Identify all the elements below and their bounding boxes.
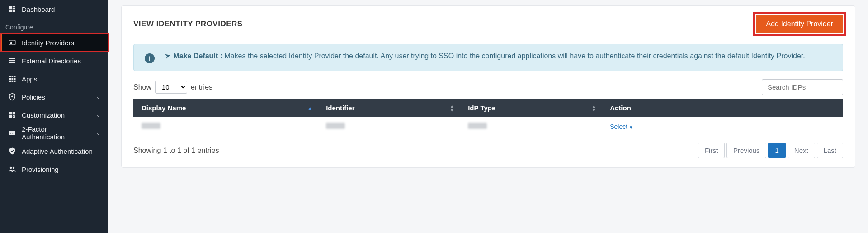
cell-identifier: [326, 123, 345, 129]
users-sync-icon: [8, 165, 16, 173]
chevron-down-icon: ⌄: [96, 112, 100, 118]
sidebar-label: Dashboard: [22, 5, 55, 13]
sidebar-item-provisioning[interactable]: Provisioning: [0, 160, 108, 178]
chevron-down-icon: ⌄: [96, 130, 100, 136]
cell-display-name: [142, 123, 160, 129]
entries-info: Showing 1 to 1 of 1 entries: [133, 147, 219, 155]
sidebar-label: Adaptive Authentication: [22, 147, 93, 155]
sort-asc-icon: ▲: [307, 106, 312, 110]
col-action: Action: [602, 99, 843, 117]
svg-rect-2: [13, 8, 15, 9]
svg-rect-21: [9, 112, 12, 114]
sort-icon: ▲▼: [449, 105, 454, 112]
add-identity-provider-button[interactable]: Add Identity Provider: [756, 15, 843, 33]
sidebar-item-identity-providers[interactable]: Identity Providers: [0, 33, 108, 52]
id-card-icon: [8, 38, 16, 47]
svg-point-20: [11, 95, 13, 97]
sidebar-item-customization[interactable]: Customization ⌄: [0, 106, 108, 124]
sidebar-item-policies[interactable]: Policies ⌄: [0, 88, 108, 106]
svg-text:123: 123: [10, 132, 15, 135]
dashboard-icon: [8, 5, 16, 13]
info-body: Makes the selected Identity Provider the…: [224, 52, 805, 60]
sidebar-label: External Directories: [22, 57, 81, 65]
content-card: VIEW IDENTITY PROVIDERS Add Identity Pro…: [121, 5, 855, 168]
main-content: VIEW IDENTITY PROVIDERS Add Identity Pro…: [108, 0, 868, 233]
svg-point-28: [13, 167, 15, 169]
svg-rect-23: [9, 115, 12, 118]
pager-page-1[interactable]: 1: [768, 143, 785, 158]
sidebar: Dashboard Configure Identity Providers E…: [0, 0, 108, 233]
idp-table: Display Name ▲ Identifier ▲▼ IdP Type ▲▼…: [133, 99, 843, 136]
svg-rect-15: [12, 78, 14, 80]
col-display-name[interactable]: Display Name ▲: [133, 99, 318, 117]
svg-rect-10: [9, 62, 15, 63]
entries-select[interactable]: 10: [155, 81, 187, 94]
chevron-down-icon: ⌄: [96, 94, 100, 100]
svg-point-27: [10, 167, 12, 169]
info-icon: i: [145, 53, 155, 63]
svg-rect-0: [9, 6, 12, 9]
sidebar-label: 2-Factor Authentication: [22, 125, 90, 141]
svg-point-6: [10, 42, 12, 43]
svg-rect-12: [12, 76, 14, 77]
svg-rect-18: [12, 81, 14, 82]
sidebar-item-adaptive-auth[interactable]: Adaptive Authentication: [0, 142, 108, 160]
cursor-icon: ➤: [164, 51, 171, 61]
svg-rect-13: [14, 76, 16, 77]
pager-last[interactable]: Last: [817, 143, 843, 158]
svg-rect-11: [9, 76, 11, 77]
svg-rect-1: [13, 6, 15, 7]
cell-idp-type: [468, 123, 487, 129]
svg-rect-19: [14, 81, 16, 82]
sidebar-item-external-directories[interactable]: External Directories: [0, 52, 108, 70]
pager-previous[interactable]: Previous: [726, 143, 766, 158]
header-row: VIEW IDENTITY PROVIDERS Add Identity Pro…: [133, 15, 843, 33]
info-banner: i ➤ Make Default : Makes the selected Id…: [133, 44, 843, 71]
svg-rect-14: [9, 78, 11, 80]
apps-grid-icon: [8, 75, 16, 83]
sidebar-label: Customization: [22, 111, 65, 119]
sort-icon: ▲▼: [591, 105, 596, 112]
col-idp-type[interactable]: IdP Type ▲▼: [460, 99, 602, 117]
pager-next[interactable]: Next: [788, 143, 815, 158]
svg-rect-4: [13, 10, 15, 12]
svg-rect-5: [9, 40, 15, 45]
row-action-select[interactable]: Select: [610, 123, 633, 130]
show-suffix: entries: [191, 83, 212, 91]
puzzle-icon: [8, 111, 16, 119]
number-badge-icon: 123: [8, 129, 16, 137]
show-prefix: Show: [133, 83, 151, 91]
sidebar-label: Provisioning: [22, 166, 59, 173]
svg-rect-17: [9, 81, 11, 82]
search-input[interactable]: [762, 79, 843, 95]
svg-rect-3: [9, 10, 12, 12]
add-button-highlight: Add Identity Provider: [756, 15, 843, 33]
show-entries: Show 10 entries: [133, 81, 212, 94]
svg-rect-8: [9, 58, 15, 59]
svg-rect-22: [13, 112, 15, 114]
pager-first[interactable]: First: [698, 143, 725, 158]
shield-check-icon: [8, 147, 16, 155]
table-controls: Show 10 entries: [133, 79, 843, 95]
page-title: VIEW IDENTITY PROVIDERS: [133, 19, 243, 29]
table-footer: Showing 1 to 1 of 1 entries First Previo…: [133, 143, 843, 158]
svg-point-24: [13, 116, 15, 118]
shield-gear-icon: [8, 93, 16, 101]
svg-rect-9: [9, 60, 15, 61]
sidebar-item-dashboard[interactable]: Dashboard: [0, 0, 108, 18]
pager: First Previous 1 Next Last: [698, 143, 843, 158]
sidebar-item-two-factor[interactable]: 123 2-Factor Authentication ⌄: [0, 124, 108, 142]
sidebar-section-configure: Configure: [0, 18, 108, 33]
col-identifier[interactable]: Identifier ▲▼: [318, 99, 460, 117]
info-text: ➤ Make Default : Makes the selected Iden…: [165, 52, 805, 60]
svg-rect-7: [10, 43, 13, 44]
sidebar-label: Apps: [22, 75, 37, 83]
sidebar-item-apps[interactable]: Apps: [0, 70, 108, 88]
sidebar-label: Identity Providers: [22, 39, 74, 47]
svg-rect-16: [14, 78, 16, 80]
table-row: Select: [133, 117, 843, 136]
sidebar-label: Policies: [22, 93, 45, 101]
info-lead: Make Default :: [173, 52, 222, 60]
list-icon: [8, 57, 16, 65]
